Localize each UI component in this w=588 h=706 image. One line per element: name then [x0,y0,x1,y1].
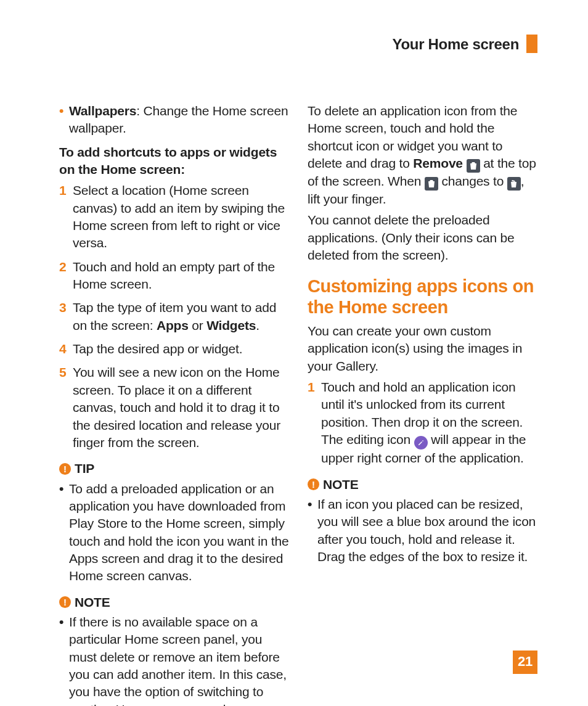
step-text: Touch and hold an empty part of the Home… [73,260,275,291]
tip-text: To add a preloaded application or an app… [69,482,288,583]
page-number: 21 [513,651,537,674]
trash-icon [425,177,438,191]
note-text: If an icon you placed can be resized, yo… [317,497,536,564]
step-text: or [189,318,207,332]
step-item: You will see a new icon on the Home scre… [59,364,289,451]
apps-bold: Apps [157,318,189,332]
list-item: To add a preloaded application or an app… [59,480,289,585]
note-heading-text: NOTE [75,594,110,611]
page-title: Your Home screen [393,35,520,54]
step-text: Tap the desired app or widget. [73,342,242,356]
custom-steps-list: Touch and hold an application icon until… [308,379,537,467]
text: changes to [438,174,507,188]
delete-paragraph: To delete an application icon from the H… [308,102,537,208]
step-text: You will see a new icon on the Home scre… [73,365,280,449]
note-heading-text: NOTE [323,476,359,493]
wallpapers-bullet: Wallpapers: Change the Home screen wallp… [59,102,289,138]
wallpapers-label: Wallpapers [69,104,136,118]
note-heading: ! NOTE [59,594,289,611]
step-item: Tap the type of item you want to add on … [59,299,289,334]
note-list: If there is no available space on a part… [59,614,289,706]
delete-paragraph-2: You cannot delete the preloaded applicat… [308,211,537,264]
left-column: Wallpapers: Change the Home screen wallp… [59,102,289,706]
steps-list: Select a location (Home screen canvas) t… [59,182,289,451]
note-text: If there is no available space on a part… [69,615,287,706]
alert-icon: ! [59,596,71,608]
custom-intro: You can create your own custom applicati… [308,322,537,375]
add-shortcuts-heading-text: To add shortcuts to apps or widgets on t… [59,145,277,176]
step-item: Touch and hold an application icon until… [308,379,537,467]
trash-icon [467,159,480,173]
remove-bold: Remove [413,156,463,170]
section-heading: Customizing apps icons on the Home scree… [308,276,537,318]
tip-heading-text: TIP [75,460,94,477]
colon: : [181,162,185,176]
widgets-bold: Widgets [206,318,256,332]
header-accent [526,35,537,53]
edit-icon [414,436,428,449]
tip-list: To add a preloaded application or an app… [59,480,289,585]
add-shortcuts-heading: To add shortcuts to apps or widgets on t… [59,144,289,179]
step-item: Tap the desired app or widget. [59,340,289,358]
list-item: If there is no available space on a part… [59,614,289,706]
content-columns: Wallpapers: Change the Home screen wallp… [59,102,537,706]
step-item: Select a location (Home screen canvas) t… [59,182,289,252]
alert-icon: ! [308,478,319,490]
list-item: Wallpapers: Change the Home screen wallp… [59,102,289,138]
note-heading: ! NOTE [308,476,537,493]
note-list: If an icon you placed can be resized, yo… [308,496,537,565]
tip-heading: ! TIP [59,460,289,477]
step-text: Select a location (Home screen canvas) t… [73,183,285,250]
right-column: To delete an application icon from the H… [308,102,537,706]
step-item: Touch and hold an empty part of the Home… [59,258,289,293]
list-item: If an icon you placed can be resized, yo… [308,496,537,565]
alert-icon: ! [59,463,71,475]
step-text: . [256,318,259,332]
trash-open-icon [507,177,521,191]
